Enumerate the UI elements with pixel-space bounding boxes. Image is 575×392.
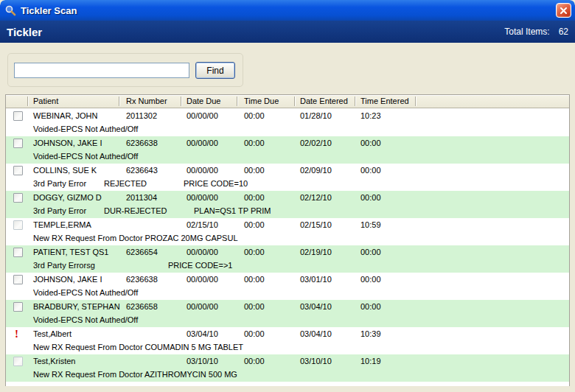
row-detail-text: Voided-EPCS Not Authed/Off (33, 288, 138, 297)
table-row[interactable]: PATIENT, TEST QS1623665400/00/0000:0002/… (6, 245, 569, 273)
cell-rx-number: 6236658 (126, 302, 158, 311)
cell-date-due: 00/00/00 (187, 166, 218, 175)
row-checkbox[interactable] (13, 139, 23, 148)
cell-date-entered: 02/19/10 (300, 248, 332, 256)
column-separator (237, 97, 237, 106)
tickler-list: PatientRx NumberDate DueTime DueDate Ent… (5, 94, 570, 386)
cell-date-due: 03/04/10 (187, 329, 218, 338)
row-checkbox[interactable] (13, 357, 23, 366)
cell-time-entered: 00:00 (360, 139, 381, 147)
cell-time-due: 00:00 (244, 302, 265, 311)
column-header-patient[interactable]: Patient (33, 97, 58, 105)
cell-rx-number: 6236643 (126, 166, 158, 175)
table-row[interactable]: BRADBURY, STEPHAN623665800/00/0000:0003/… (6, 300, 569, 327)
cell-time-entered: 10:23 (360, 111, 381, 120)
table-row[interactable]: JOHNSON, JAKE I623663800/00/0000:0002/02… (6, 136, 569, 164)
cell-date-due: 00/00/00 (187, 248, 218, 256)
row-detail-text: New RX Request From Doctor AZITHROMYCIN … (33, 370, 237, 379)
table-row[interactable]: DOGGY, GIZMO D201130400/00/0000:0002/12/… (6, 191, 569, 218)
column-header-date-entered[interactable]: Date Entered (300, 97, 348, 105)
cell-patient: JOHNSON, JAKE I (33, 275, 102, 284)
column-separator (415, 97, 416, 106)
column-header-time-entered[interactable]: Time Entered (360, 97, 409, 105)
window-titlebar: Tickler Scan (0, 0, 575, 21)
row-checkbox[interactable] (13, 302, 23, 312)
row-checkbox[interactable] (13, 193, 23, 203)
row-checkbox[interactable] (13, 275, 23, 284)
cell-time-due: 00:00 (244, 357, 265, 365)
page-title: Tickler (7, 26, 42, 38)
cell-date-entered: 03/04/10 (300, 329, 332, 338)
cell-time-due: 00:00 (244, 139, 265, 147)
table-row[interactable]: WEBINAR, JOHN201130200/00/0000:0001/28/1… (6, 109, 569, 136)
column-separator (355, 97, 355, 106)
cell-time-entered: 10:39 (360, 329, 381, 338)
column-header-time-due[interactable]: Time Due (244, 97, 279, 105)
list-rows: WEBINAR, JOHN201130200/00/0000:0001/28/1… (6, 109, 569, 386)
row-checkbox[interactable] (13, 111, 23, 121)
exclamation-icon: ! (15, 328, 18, 340)
cell-date-entered: 02/02/10 (300, 139, 332, 147)
cell-date-due: 00/00/00 (187, 111, 218, 120)
cell-time-due: 00:00 (244, 248, 265, 256)
row-detail-text: 3rd Party Error (33, 179, 86, 188)
cell-date-entered: 03/04/10 (300, 302, 332, 311)
cell-time-due: 00:00 (244, 166, 265, 175)
close-icon (560, 7, 568, 15)
close-button[interactable] (556, 3, 571, 18)
table-row[interactable]: Test,Kristen03/10/1000:0003/10/1010:19Ne… (6, 354, 569, 382)
cell-time-due: 00:00 (244, 220, 265, 229)
search-input[interactable] (14, 63, 189, 78)
cell-time-due: 00:00 (244, 329, 265, 338)
cell-patient: JOHNSON, JAKE I (33, 139, 102, 147)
cell-date-due: 00/00/00 (187, 302, 218, 311)
cell-date-due: 02/15/10 (187, 220, 218, 229)
row-detail-text: PRICE CODE=>1 (168, 261, 232, 270)
cell-date-entered: 02/12/10 (300, 193, 332, 202)
row-checkbox[interactable] (13, 220, 23, 230)
cell-rx-number: 6236638 (126, 275, 158, 284)
column-header-date-due[interactable]: Date Due (187, 97, 220, 105)
cell-rx-number: 2011304 (126, 193, 157, 202)
column-separator (27, 97, 28, 106)
column-separator (181, 97, 181, 106)
magnifier-icon (4, 4, 17, 17)
cell-date-entered: 01/28/10 (300, 111, 332, 120)
row-checkbox[interactable] (13, 166, 23, 175)
column-separator (119, 97, 119, 106)
table-row[interactable]: COLLINS, SUE K623664300/00/0000:0002/09/… (6, 164, 569, 191)
row-detail-text: 3rd Party Error (33, 206, 86, 215)
cell-rx-number: 6236638 (126, 139, 158, 147)
total-items-value: 62 (559, 27, 568, 37)
column-header-rx-number[interactable]: Rx Number (126, 97, 167, 105)
row-detail-text: Voided-EPCS Not Authed/Off (33, 152, 138, 161)
row-detail-text: Voided-EPCS Not Authed/Off (33, 125, 138, 133)
cell-date-due: 00/00/00 (187, 193, 218, 202)
cell-time-entered: 00:00 (360, 193, 381, 202)
find-button[interactable]: Find (195, 62, 235, 79)
table-row[interactable]: JOHNSON, JAKE I623663800/00/0000:0003/01… (6, 273, 569, 300)
row-detail-text: DUR-REJECTED (104, 206, 167, 215)
cell-time-due: 00:00 (244, 275, 265, 284)
cell-patient: Test,Kristen (33, 357, 75, 365)
cell-date-due: 00/00/00 (187, 139, 218, 147)
tickler-scan-window: Tickler Scan Tickler Total Items: 62 Fin… (0, 0, 575, 392)
window-title: Tickler Scan (21, 5, 77, 16)
row-detail-text: New RX Request From Doctor COUMADIN 5 MG… (33, 343, 243, 351)
cell-patient: Test,Albert (33, 329, 72, 338)
cell-date-due: 03/10/10 (187, 357, 218, 365)
table-row[interactable]: !Test,Albert03/04/1000:0003/04/1010:39Ne… (6, 327, 569, 354)
page-header-band: Tickler Total Items: 62 (0, 21, 575, 43)
cell-time-entered: 00:00 (360, 302, 381, 311)
cell-time-due: 00:00 (244, 193, 265, 202)
cell-time-entered: 00:00 (360, 166, 381, 175)
cell-patient: COLLINS, SUE K (33, 166, 97, 175)
cell-time-entered: 00:00 (360, 248, 381, 256)
row-detail-text: PLAN=QS1 TP PRIM (194, 206, 271, 215)
cell-date-entered: 02/09/10 (300, 166, 332, 175)
row-detail-text: 3rd Party Errorsg (33, 261, 95, 270)
cell-time-entered: 10:59 (360, 220, 381, 229)
row-checkbox[interactable] (13, 248, 23, 257)
cell-date-entered: 02/15/10 (300, 220, 332, 229)
table-row[interactable]: TEMPLE,ERMA02/15/1000:0002/15/1010:59New… (6, 218, 569, 245)
